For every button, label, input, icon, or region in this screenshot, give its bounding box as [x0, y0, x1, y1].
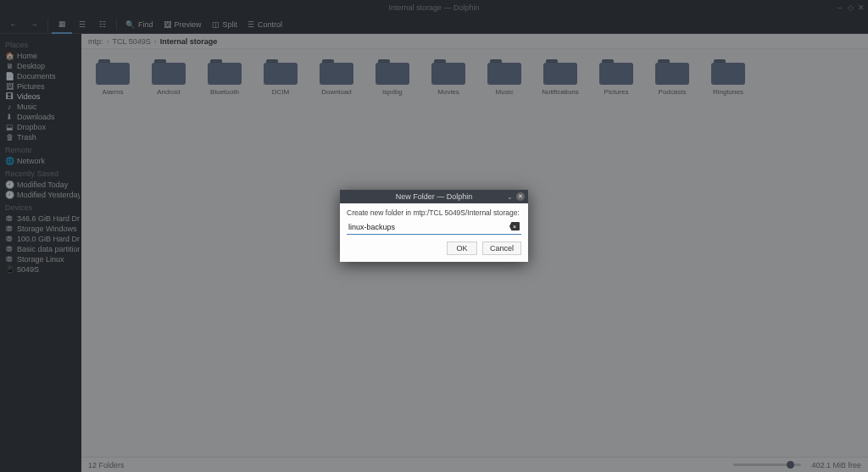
- new-folder-dialog: New Folder — Dolphin ⌄ ✕ Create new fold…: [340, 190, 528, 262]
- dialog-close-icon[interactable]: ✕: [516, 192, 525, 201]
- folder-name-input[interactable]: [347, 220, 521, 234]
- dialog-collapse-icon[interactable]: ⌄: [507, 193, 513, 201]
- ok-button[interactable]: OK: [447, 242, 477, 255]
- dialog-label: Create new folder in mtp:/TCL 5049S/Inte…: [347, 208, 521, 217]
- dialog-title: New Folder — Dolphin: [396, 192, 473, 201]
- modal-overlay: New Folder — Dolphin ⌄ ✕ Create new fold…: [0, 0, 868, 472]
- dialog-titlebar: New Folder — Dolphin ⌄ ✕: [340, 190, 528, 203]
- cancel-button[interactable]: Cancel: [482, 242, 521, 255]
- clear-input-icon[interactable]: ×: [509, 222, 520, 230]
